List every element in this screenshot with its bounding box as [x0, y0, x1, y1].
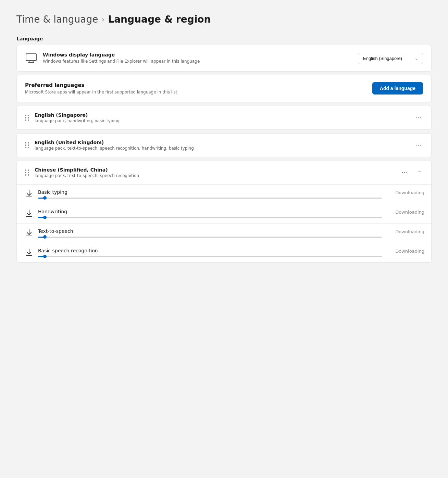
- download-icon: [25, 249, 33, 257]
- windows-display-language-dropdown[interactable]: English (Singapore) ⌄: [358, 53, 423, 64]
- download-icon: [25, 210, 33, 218]
- language-section-label: Language: [16, 36, 432, 41]
- download-label: Basic typing: [38, 189, 382, 195]
- drag-handle-english-singapore[interactable]: [24, 114, 30, 122]
- windows-display-subtitle: Windows features like Settings and File …: [43, 59, 200, 64]
- breadcrumb-parent[interactable]: Time & language: [16, 14, 98, 25]
- progress-bar-fill: [38, 256, 45, 257]
- language-name: English (Singapore): [35, 112, 409, 118]
- progress-bar-fill: [38, 198, 45, 199]
- download-item-text-to-speech: Text-to-speech Downloading: [17, 223, 431, 243]
- download-status: Downloading: [387, 190, 424, 195]
- download-status: Downloading: [387, 249, 424, 254]
- breadcrumb: Time & language › Language & region: [16, 14, 432, 25]
- windows-display-title: Windows display language: [43, 52, 200, 58]
- download-status: Downloading: [387, 229, 424, 234]
- download-item-basic-speech-recognition: Basic speech recognition Downloading: [17, 243, 431, 262]
- more-options-button-english-uk[interactable]: ···: [413, 140, 424, 150]
- more-options-button-english-singapore[interactable]: ···: [413, 113, 424, 123]
- progress-bar-track: [38, 217, 382, 218]
- progress-bar-fill: [38, 217, 45, 218]
- windows-display-language-card: Windows display language Windows feature…: [16, 45, 432, 72]
- breadcrumb-separator: ›: [102, 15, 105, 24]
- download-icon: [25, 190, 33, 199]
- chevron-down-icon: ⌄: [415, 56, 418, 61]
- progress-bar-track: [38, 237, 382, 238]
- preferred-languages-title: Preferred languages: [25, 82, 177, 88]
- preferred-languages-card: Preferred languages Microsoft Store apps…: [16, 75, 432, 102]
- progress-bar-fill: [38, 237, 45, 238]
- preferred-languages-subtitle: Microsoft Store apps will appear in the …: [25, 89, 177, 95]
- language-features: language pack, handwriting, basic typing: [35, 118, 409, 123]
- download-label: Handwriting: [38, 209, 382, 214]
- language-features: language pack, text-to-speech, speech re…: [35, 146, 409, 151]
- breadcrumb-current: Language & region: [108, 14, 211, 25]
- add-language-button[interactable]: Add a language: [372, 82, 423, 95]
- drag-handle-english-uk[interactable]: [24, 141, 30, 149]
- language-item-english-singapore: English (Singapore) language pack, handw…: [16, 106, 432, 130]
- svg-rect-0: [26, 54, 36, 61]
- more-options-button-chinese[interactable]: ···: [399, 167, 411, 177]
- download-label: Text-to-speech: [38, 228, 382, 234]
- collapse-button-chinese[interactable]: ⌃: [415, 168, 424, 177]
- language-list: English (Singapore) language pack, handw…: [16, 106, 432, 263]
- language-name: Chinese (Simplified, China): [35, 167, 395, 173]
- dropdown-selected-value: English (Singapore): [363, 56, 402, 61]
- progress-bar-track: [38, 198, 382, 199]
- download-status: Downloading: [387, 210, 424, 215]
- download-icon: [25, 229, 33, 238]
- language-features: language pack, text-to-speech, speech re…: [35, 173, 395, 178]
- monitor-icon: [25, 52, 37, 64]
- drag-handle-chinese[interactable]: [24, 169, 30, 176]
- download-item-basic-typing: Basic typing Downloading: [17, 185, 431, 204]
- progress-bar-track: [38, 256, 382, 257]
- download-items-list: Basic typing Downloading Han: [17, 184, 431, 262]
- download-label: Basic speech recognition: [38, 248, 382, 253]
- language-name: English (United Kingdom): [35, 140, 409, 145]
- download-item-handwriting: Handwriting Downloading: [17, 204, 431, 223]
- language-item-chinese-simplified: Chinese (Simplified, China) language pac…: [16, 161, 432, 263]
- language-item-english-uk: English (United Kingdom) language pack, …: [16, 133, 432, 157]
